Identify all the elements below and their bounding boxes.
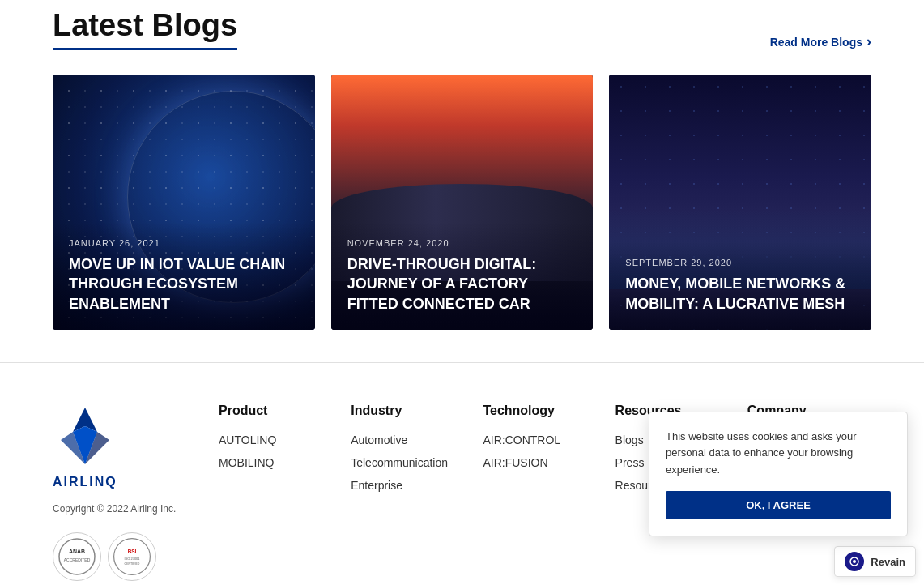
- airlinq-logo-icon: [53, 404, 117, 468]
- blog-card-2[interactable]: November 24, 2020 Drive-through digital:…: [331, 75, 594, 330]
- technology-link-airfusion[interactable]: AIR:FUSION: [483, 455, 607, 470]
- blog-card-1-date: January 26, 2021: [69, 238, 299, 248]
- industry-link-automotive[interactable]: Automotive: [351, 433, 475, 447]
- industry-link-enterprise[interactable]: Enterprise: [351, 478, 475, 493]
- blog-card-2-title: Drive-through digital: Journey of a fact…: [347, 254, 577, 314]
- svg-text:BSI: BSI: [128, 549, 137, 554]
- product-col-title: Product: [219, 404, 343, 418]
- footer-col-industry: Industry Automotive Telecommunication En…: [351, 404, 475, 581]
- revain-label: Revain: [871, 556, 905, 568]
- svg-point-4: [59, 539, 95, 574]
- blogs-section-title: Latest Blogs: [53, 8, 237, 50]
- svg-text:ISO 27001: ISO 27001: [124, 557, 140, 561]
- blog-card-3-title: MONEY, MOBILE NETWORKS & MOBILITY: A LUC…: [625, 274, 855, 314]
- blog-cards-container: January 26, 2021 Move up in IOT value ch…: [53, 75, 871, 330]
- footer-logo[interactable]: AIRLINQ: [53, 404, 194, 489]
- copyright-text: Copyright © 2022 Airling Inc.: [53, 502, 194, 516]
- blog-card-1[interactable]: January 26, 2021 Move up in IOT value ch…: [53, 75, 315, 330]
- blog-card-2-overlay: November 24, 2020 Drive-through digital:…: [331, 222, 594, 330]
- svg-text:CERTIFIED: CERTIFIED: [125, 562, 140, 566]
- product-links: AUTOLINQ MOBILINQ: [219, 433, 343, 470]
- anab-cert-badge: ANAB ACCREDITED: [53, 532, 101, 581]
- svg-point-12: [853, 560, 856, 563]
- footer-col-product: Product AUTOLINQ MOBILINQ: [219, 404, 343, 581]
- bsi-cert-badge: BSI ISO 27001 CERTIFIED: [108, 532, 156, 581]
- blogs-section: Latest Blogs Read More Blogs › January 2…: [0, 0, 924, 362]
- footer-logo-col: AIRLINQ Copyright © 2022 Airling Inc. AN…: [53, 404, 194, 581]
- revain-widget[interactable]: Revain: [834, 546, 916, 577]
- technology-link-aircontrol[interactable]: AIR:CONTROL: [483, 433, 607, 447]
- cookie-banner: This website uses cookies and asks your …: [649, 412, 908, 536]
- blogs-header: Latest Blogs Read More Blogs ›: [53, 0, 871, 50]
- product-link-mobilinq[interactable]: MOBILINQ: [219, 455, 343, 470]
- industry-col-title: Industry: [351, 404, 475, 418]
- industry-link-telecom[interactable]: Telecommunication: [351, 455, 475, 470]
- read-more-blogs-link[interactable]: Read More Blogs ›: [770, 33, 871, 50]
- blog-card-2-date: November 24, 2020: [347, 238, 577, 248]
- blog-card-1-title: Move up in IOT value chain through Ecosy…: [69, 254, 299, 314]
- cookie-agree-button[interactable]: OK, I AGREE: [666, 491, 891, 519]
- revain-icon: [845, 552, 864, 571]
- svg-text:ANAB: ANAB: [69, 549, 85, 554]
- blog-card-3[interactable]: September 29, 2020 MONEY, MOBILE NETWORK…: [609, 75, 871, 330]
- product-link-autolinq[interactable]: AUTOLINQ: [219, 433, 343, 447]
- footer-col-technology: Technology AIR:CONTROL AIR:FUSION: [483, 404, 607, 581]
- technology-col-title: Technology: [483, 404, 607, 418]
- industry-links: Automotive Telecommunication Enterprise: [351, 433, 475, 493]
- certifications: ANAB ACCREDITED BSI ISO 27001 CERTIFIED: [53, 532, 194, 581]
- airlinq-logo-text: AIRLINQ: [53, 475, 194, 489]
- cookie-text: This website uses cookies and asks your …: [666, 429, 891, 479]
- technology-links: AIR:CONTROL AIR:FUSION: [483, 433, 607, 470]
- blog-card-3-date: September 29, 2020: [625, 258, 855, 267]
- blog-card-3-overlay: September 29, 2020 MONEY, MOBILE NETWORK…: [609, 241, 871, 330]
- svg-text:ACCREDITED: ACCREDITED: [64, 557, 91, 562]
- blog-card-1-overlay: January 26, 2021 Move up in IOT value ch…: [53, 222, 315, 330]
